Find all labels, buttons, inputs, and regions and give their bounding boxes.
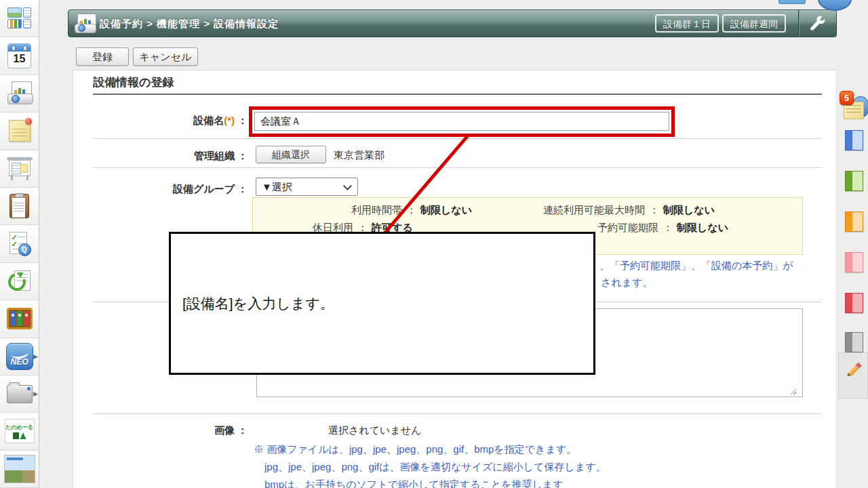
sidebar-item-folder[interactable]: ▶ [0,375,39,413]
managing-org-label: 管理組織： [93,150,248,163]
calendar-icon: 15 [7,43,31,68]
edit-pencil-tile[interactable] [838,352,868,399]
facility-group-select[interactable]: ▼選択 [256,178,358,196]
folder-icon [7,385,33,403]
library-binders-icon [7,308,33,329]
facility-group-week-button[interactable]: 設備群週間 [722,14,786,33]
right-shortcut-rail: 5 [835,0,868,488]
facility-reservation-icon [6,81,33,106]
notification-badge: 5 [840,91,854,105]
sidebar-item-tanomeru[interactable]: たのめーる [0,413,39,450]
required-mark: (*) [224,115,235,126]
section-title-underline [93,94,822,95]
color-tab-gray[interactable] [845,332,863,352]
breadcrumb: 設備予約 > 機能管理 > 設備情報設定 [100,10,279,37]
info-usage-hours: 利用時間帯：制限しない [351,204,472,217]
color-tab-blue[interactable] [845,130,863,150]
facility-group-select-value: ▼選択 [262,181,292,194]
file-status-text: 選択されていません [328,424,421,437]
sidebar-item-workflow[interactable] [0,263,39,300]
expand-arrow-icon[interactable]: ▶ [33,390,38,397]
calendar-day-number: 15 [8,52,31,66]
sidebar-item-survey[interactable]: ✓✓ Q [0,225,39,262]
info-max-continuous-time: 連続利用可能最大時間：制限しない [543,204,715,217]
org-select-button[interactable]: 組織選択 [256,146,326,163]
sidebar-item-neo[interactable]: NEO ▶ [0,338,39,375]
sidebar-item-facility-reservation[interactable] [0,75,39,113]
tutorial-highlight-rect [249,106,675,137]
workflow-icon [8,269,31,293]
sidebar-item-ad-banner[interactable] [0,451,39,488]
screen: 15 ✓✓ [0,0,868,488]
clipped-blue-tab [778,0,806,4]
managing-org-value: 東京営業部 [334,149,384,162]
color-tab-green[interactable] [845,171,863,191]
portal-icon [7,7,32,29]
facility-reservation-icon [74,13,96,35]
image-note-3: bmpは、お手持ちのソフトで縮小して指定することを推奨します [264,479,564,488]
photo-banner-icon [4,455,35,483]
titlebar-separator [798,10,800,37]
sidebar-item-schedule[interactable]: 15 [0,37,39,75]
section-title: 設備情報の登録 [93,75,174,90]
tutorial-callout: [設備名]を入力します。 [169,232,595,375]
survey-q-ball: Q [18,243,31,256]
sidebar-item-clipboard[interactable] [0,188,39,225]
color-tab-orange[interactable] [845,211,863,232]
group-note-line1: 、「予約可能期限」、「設備の本予約」が [599,260,793,272]
sticky-note-icon [9,120,31,142]
register-button[interactable]: 登録 [76,47,129,66]
sidebar-item-document-library[interactable] [0,300,39,338]
neo-logo-icon: NEO [6,343,33,370]
sidebar-item-bulletin-board[interactable] [0,150,39,188]
image-label: 画像： [93,424,248,437]
app-launcher-sidebar: 15 ✓✓ [0,0,39,488]
row-divider [93,138,822,139]
image-note-2: jpg、jpe、jpeg、png、gifは、画像を適切なサイズに縮小して保存しま… [264,461,606,474]
row-divider [93,167,822,168]
group-note-line2: されます。 [601,277,652,289]
facility-name-label: 設備名(*)： [93,115,248,127]
memo-notification-icon[interactable]: 5 [840,91,868,126]
tanomeru-banner-icon: たのめーる [5,419,35,443]
chevron-down-icon [343,182,352,190]
color-tab-red[interactable] [845,293,863,313]
facility-group-day-button[interactable]: 設備群１日 [655,14,719,33]
cancel-button[interactable]: キャンセル [133,47,198,66]
survey-icon: ✓✓ Q [8,232,31,256]
sidebar-item-portal[interactable] [0,0,39,37]
row-divider [93,413,822,414]
module-titlebar: 設備予約 > 機能管理 > 設備情報設定 設備群１日 設備群週間 [68,9,837,37]
settings-wrench-icon[interactable] [809,15,827,33]
bulletin-board-icon [7,157,33,180]
expand-arrow-icon[interactable]: ▶ [33,353,38,360]
pencil-icon [846,363,861,378]
tutorial-callout-text: [設備名]を入力します。 [182,294,334,313]
info-reservation-period: 予約可能期限：制限しない [597,222,728,235]
color-tab-pink[interactable] [845,252,863,272]
sidebar-item-memo[interactable] [0,113,39,150]
facility-group-label: 設備グループ： [93,183,248,196]
clipboard-icon [9,194,29,218]
image-note-1: ※ 画像ファイルは、jpg、jpe、jpeg、png、gif、bmpを指定できま… [254,443,576,456]
